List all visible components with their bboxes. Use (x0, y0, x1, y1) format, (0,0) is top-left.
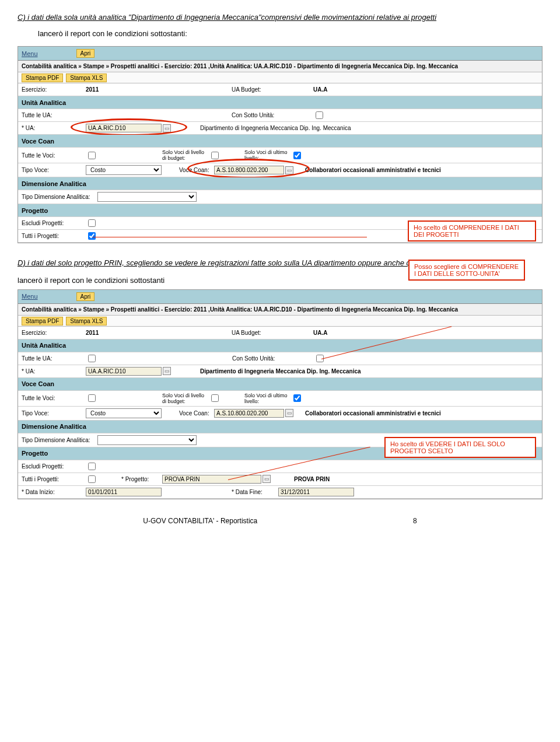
section-dimensione: Dimensione Analitica (18, 421, 542, 433)
data-fine-label: * Data Fine: (232, 489, 278, 495)
tutte-ua-checkbox[interactable] (88, 355, 96, 362)
apri-tab[interactable]: Apri (76, 49, 95, 58)
voce-coan-input[interactable] (214, 166, 284, 174)
tipo-voce-select[interactable]: Costo (86, 408, 162, 418)
stampa-pdf-button[interactable]: Stampa PDF (22, 74, 63, 82)
tipo-dim-label: Tipo Dimensione Analitica: (22, 194, 97, 200)
section-c-subtitle: lancerò il report con le condizioni sott… (38, 28, 542, 40)
menu-link[interactable]: Menu (22, 50, 38, 57)
ua-desc: Dipartimento di Ingegneria Meccanica Dip… (200, 368, 361, 374)
solo-ultimo-checkbox[interactable] (293, 152, 301, 159)
data-fine-input[interactable] (278, 488, 354, 496)
data-inizio-label: * Data Inizio: (22, 489, 86, 495)
ua-label: * UA: (22, 368, 86, 374)
solo-budget-label: Solo Voci di livello di budget: (162, 393, 209, 404)
uabudget-value: UA.A (313, 86, 327, 93)
section-dimensione: Dimensione Analitica (18, 177, 542, 190)
con-sotto-label: Con Sotto Unità: (232, 112, 313, 118)
lookup-icon[interactable]: ▭ (285, 166, 293, 174)
tutte-ua-label: Tutte le UA: (22, 355, 86, 362)
ua-desc: Dipartimento di Ingegneria Meccanica Dip… (200, 125, 351, 131)
section-unita-analitica: Unità Analitica (18, 96, 542, 109)
row-tutti-progetti: Tutti i Progetti: * Progetto: ▭ PROVA PR… (18, 473, 542, 486)
voce-coan-label: Voce Coan: (179, 167, 214, 173)
stampa-xls-button[interactable]: Stampa XLS (66, 74, 107, 82)
tutte-ua-label: Tutte le UA: (22, 112, 86, 118)
breadcrumb: Contabilità analitica » Stampe » Prospet… (18, 61, 542, 72)
solo-budget-checkbox[interactable] (211, 394, 219, 402)
tutte-voci-label: Tutte le Voci: (22, 152, 86, 159)
row-tutte-voci: Tutte le Voci: Solo Voci di livello di b… (18, 391, 542, 407)
solo-budget-checkbox[interactable] (211, 152, 219, 159)
lookup-icon[interactable]: ▭ (262, 475, 271, 483)
lookup-icon[interactable]: ▭ (163, 124, 171, 132)
esercizio-value: 2011 (86, 86, 162, 93)
annotation-sotto-unita: Posso scegliere di COMPRENDERE I DATI DE… (408, 260, 525, 281)
progetto-label: * Progetto: (121, 476, 162, 482)
report-window-1: Menu Apri Contabilità analitica » Stampe… (18, 46, 542, 243)
voce-coan-input[interactable] (214, 409, 284, 418)
row-esercizio: Esercizio: 2011 UA Budget: UA.A (18, 83, 542, 96)
uabudget-label: UA Budget: (232, 86, 313, 93)
report-window-2: Menu Apri Contabilità analitica » Stampe… (18, 289, 542, 499)
section-c-intro: C) i dati della sola unità analitica "Di… (18, 12, 542, 39)
page-footer: U-GOV CONTABILITA' - Reportistica 8 (18, 517, 542, 525)
row-ua: * UA: ▭ Dipartimento di Ingegneria Mecca… (18, 365, 542, 378)
tipo-dim-select[interactable] (97, 435, 197, 445)
menubar: Menu Apri (18, 290, 542, 304)
section-voce-coan: Voce Coan (18, 378, 542, 391)
voce-coan-label: Voce Coan: (179, 410, 214, 416)
tutti-prog-checkbox[interactable] (88, 475, 96, 483)
section-progetto: Progetto (18, 204, 542, 217)
tutte-voci-checkbox[interactable] (88, 394, 96, 402)
row-tipo-dim: Tipo Dimensione Analitica: (18, 190, 542, 204)
esercizio-label: Esercizio: (22, 86, 86, 93)
ua-input[interactable] (86, 367, 162, 376)
voce-coan-desc: Collaboratori occasionali amministrativi… (305, 167, 441, 173)
escludi-label: Escludi Progetti: (22, 220, 86, 226)
section-voce-coan: Voce Coan (18, 135, 542, 148)
annotation-line (93, 237, 367, 237)
annotation-solo-progetto: Ho scelto di VEDERE I DATI DEL SOLO PROG… (384, 437, 536, 458)
tipo-dim-select[interactable] (97, 192, 197, 202)
apri-tab[interactable]: Apri (76, 292, 95, 301)
menu-link[interactable]: Menu (22, 293, 38, 300)
tutti-prog-label: Tutti i Progetti: (22, 233, 86, 239)
con-sotto-label: Con Sotto Unità: (232, 355, 314, 362)
tipo-dim-label: Tipo Dimensione Analitica: (22, 437, 97, 443)
stampa-pdf-button[interactable]: Stampa PDF (22, 317, 63, 326)
row-escludi: Escludi Progetti: (18, 460, 542, 473)
stampa-xls-button[interactable]: Stampa XLS (66, 317, 107, 326)
progetto-input[interactable] (162, 475, 261, 484)
toolbar: Stampa PDF Stampa XLS (18, 316, 542, 327)
escludi-checkbox[interactable] (88, 463, 96, 470)
con-sotto-checkbox[interactable] (316, 355, 324, 362)
row-tutte-ua: Tutte le UA: Con Sotto Unità: (18, 109, 542, 122)
section-unita-analitica: Unità Analitica (18, 340, 542, 352)
tipo-voce-select[interactable]: Costo (86, 165, 162, 175)
con-sotto-checkbox[interactable] (316, 111, 323, 119)
row-date: * Data Inizio: * Data Fine: (18, 486, 542, 499)
breadcrumb: Contabilità analitica » Stampe » Prospet… (18, 304, 542, 316)
tutti-prog-checkbox[interactable] (88, 232, 96, 240)
tutte-voci-label: Tutte le Voci: (22, 395, 86, 401)
annotation-comprendere-progetti: Ho scelto di COMPRENDERE I DATI DEI PROG… (408, 220, 536, 242)
lookup-icon[interactable]: ▭ (285, 409, 293, 417)
progetto-desc: PROVA PRIN (294, 476, 330, 482)
esercizio-label: Esercizio: (22, 330, 86, 336)
tutte-voci-checkbox[interactable] (88, 152, 96, 159)
escludi-checkbox[interactable] (88, 219, 96, 227)
escludi-label: Escludi Progetti: (22, 463, 86, 470)
ua-input[interactable] (86, 124, 162, 132)
page-number: 8 (413, 517, 417, 525)
lookup-icon[interactable]: ▭ (163, 367, 171, 375)
menubar: Menu Apri (18, 47, 542, 61)
tutti-prog-label: Tutti i Progetti: (22, 476, 86, 482)
footer-text: U-GOV CONTABILITA' - Reportistica (143, 517, 257, 525)
row-tipo-voce: Tipo Voce: Costo Voce Coan: ▭ Collaborat… (18, 163, 542, 177)
data-inizio-input[interactable] (86, 488, 162, 496)
esercizio-value: 2011 (86, 330, 162, 336)
ua-label: * UA: (22, 125, 86, 131)
row-tipo-voce: Tipo Voce: Costo Voce Coan: ▭ Collaborat… (18, 407, 542, 421)
solo-ultimo-checkbox[interactable] (293, 394, 301, 402)
